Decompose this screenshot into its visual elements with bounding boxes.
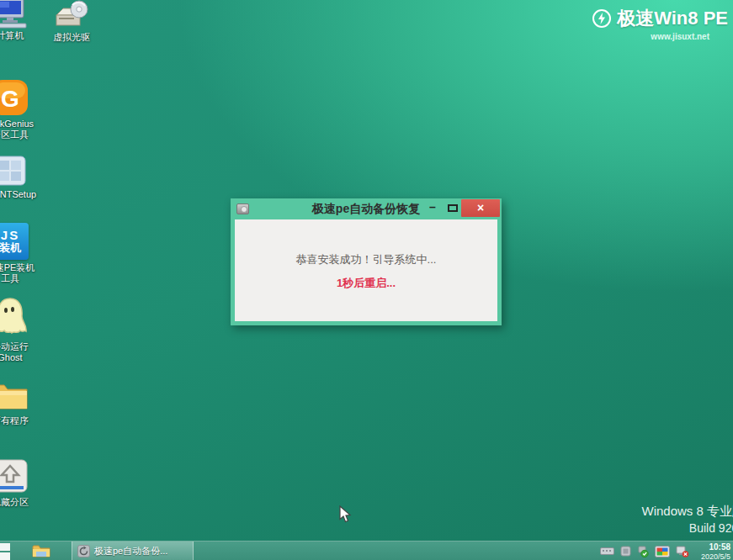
- computer-icon: [0, 0, 28, 29]
- taskbar-folder-icon[interactable]: [32, 544, 50, 558]
- desktop-icon-label: 所有程序: [0, 415, 42, 426]
- lightning-bolt-icon: [592, 8, 612, 29]
- dialog-message: 恭喜安装成功！引导系统中...: [235, 252, 497, 267]
- folder-icon: [0, 380, 29, 414]
- start-button[interactable]: [0, 543, 10, 560]
- pe-installer-icon-text: 装机: [0, 241, 21, 254]
- desktop-icon-label: 隐藏分区: [0, 497, 42, 508]
- taskbar-item-backup-restore[interactable]: 极速pe自动备份...: [72, 542, 194, 560]
- ghost-icon: [0, 296, 30, 340]
- desktop-icon-diskgenius[interactable]: G DiskGenius 分区工具: [0, 78, 42, 140]
- desktop-icon-label: WinNTSetup: [0, 189, 42, 200]
- brand-site: www.jisuxt.net: [592, 32, 709, 41]
- pe-installer-icon: JS 装机: [0, 223, 29, 260]
- windows-watermark: Windows 8 专业版 Build 9200: [641, 504, 733, 535]
- desktop: 计算机 虚拟光驱 G DiskGenius 分区工具 WinNTSetu: [0, 0, 733, 560]
- close-button[interactable]: ×: [461, 199, 500, 217]
- brand-name: 极速Win8 PE: [617, 6, 728, 31]
- desktop-icon-pe-installer[interactable]: JS 装机 极速PE装机 工具: [0, 223, 42, 284]
- pe-installer-icon-text: JS: [1, 229, 19, 241]
- windows-logo-icon: [0, 543, 10, 551]
- dialog-countdown: 1秒后重启...: [235, 276, 497, 291]
- desktop-icon-virtual-cd[interactable]: 虚拟光驱: [40, 0, 104, 43]
- desktop-icon-label: 手动运行: [0, 341, 42, 352]
- desktop-icon-label: DiskGenius: [0, 119, 42, 129]
- desktop-icon-label: Ghost: [0, 352, 42, 363]
- desktop-icon-winntsetup[interactable]: WinNTSetup: [0, 154, 42, 200]
- system-tray: [600, 542, 689, 560]
- desktop-icon-ghost[interactable]: 手动运行 Ghost: [0, 296, 42, 363]
- winntsetup-icon: [0, 154, 28, 188]
- svg-text:G: G: [1, 86, 19, 112]
- dialog-titlebar[interactable]: 极速pe自动备份恢复 – ×: [231, 198, 502, 219]
- tray-clock[interactable]: 10:58 2020/5/5: [701, 542, 730, 560]
- clock-time: 10:58: [701, 542, 730, 552]
- watermark-build: Build 9200: [641, 521, 733, 535]
- keyboard-icon[interactable]: [600, 547, 614, 556]
- taskbar-item-label: 极速pe自动备份...: [94, 545, 167, 557]
- display-color-icon[interactable]: [655, 546, 670, 557]
- brand-logo: 极速Win8 PE www.jisuxt.net: [592, 6, 728, 41]
- cd-drive-icon: [51, 0, 92, 30]
- dialog-body: 恭喜安装成功！引导系统中... 1秒后重启...: [235, 219, 497, 321]
- watermark-edition: Windows 8 专业版: [641, 504, 733, 520]
- diskgenius-icon: G: [0, 78, 29, 117]
- hidden-partition-icon: [0, 458, 29, 495]
- taskbar: 极速pe自动备份...: [0, 541, 733, 560]
- network-disconnected-icon[interactable]: [676, 546, 689, 557]
- desktop-icon-label: 极速PE装机: [0, 262, 42, 273]
- maximize-button[interactable]: [448, 204, 458, 212]
- clock-date: 2020/5/5: [701, 552, 730, 560]
- windows-logo-icon: [0, 552, 10, 560]
- desktop-icon-label: 分区工具: [0, 129, 42, 140]
- desktop-icon-computer[interactable]: 计算机: [0, 0, 42, 41]
- desktop-icon-label: 计算机: [0, 30, 42, 41]
- safely-remove-hardware-icon[interactable]: [637, 546, 649, 557]
- tray-device-icon[interactable]: [620, 546, 631, 557]
- desktop-icon-hidden-partition[interactable]: 隐藏分区: [0, 458, 42, 508]
- minimize-button[interactable]: –: [424, 198, 441, 218]
- backup-restore-dialog: 极速pe自动备份恢复 – × 恭喜安装成功！引导系统中... 1秒后重启...: [231, 198, 502, 325]
- mouse-cursor: [339, 505, 352, 523]
- sync-arrows-icon: [77, 545, 90, 557]
- desktop-icon-label: 虚拟光驱: [40, 32, 104, 43]
- desktop-icon-label: 工具: [0, 273, 42, 284]
- desktop-icon-programs[interactable]: 所有程序: [0, 380, 42, 426]
